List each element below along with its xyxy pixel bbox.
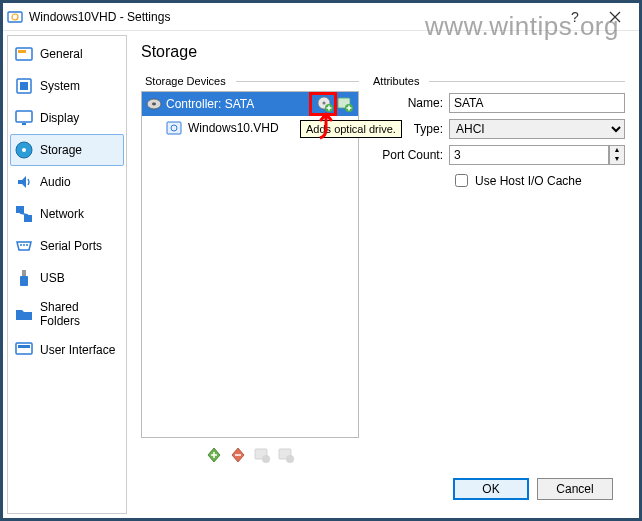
content-pane: Storage Storage Devices Controller: SATA xyxy=(131,35,635,514)
port-count-label: Port Count: xyxy=(377,148,443,162)
add-attachment-button[interactable] xyxy=(253,446,271,464)
user-interface-icon xyxy=(14,340,34,360)
svg-point-23 xyxy=(152,103,156,106)
app-icon xyxy=(7,9,23,25)
sidebar-item-storage[interactable]: Storage xyxy=(10,134,124,166)
sidebar-item-audio[interactable]: Audio xyxy=(10,166,124,198)
controller-icon xyxy=(146,97,162,111)
usb-icon xyxy=(14,268,34,288)
titlebar: Windows10VHD - Settings ? xyxy=(3,3,639,31)
svg-rect-4 xyxy=(16,48,32,60)
attributes-legend: Attributes xyxy=(369,75,423,87)
svg-point-17 xyxy=(26,244,28,246)
sidebar-item-label: Storage xyxy=(40,143,82,157)
host-io-cache-label: Use Host I/O Cache xyxy=(475,174,582,188)
attributes-group: Attributes xyxy=(369,75,625,87)
controller-label: Controller: SATA xyxy=(166,97,312,111)
sidebar-item-label: General xyxy=(40,47,83,61)
tooltip-add-optical: Adds optical drive. xyxy=(300,120,402,138)
svg-rect-20 xyxy=(16,343,32,354)
svg-point-16 xyxy=(23,244,25,246)
port-count-up-button[interactable]: ▲ xyxy=(610,146,624,155)
svg-rect-21 xyxy=(18,345,30,348)
svg-point-25 xyxy=(323,102,326,105)
hard-disk-icon xyxy=(166,120,182,136)
remove-controller-button[interactable] xyxy=(229,446,247,464)
sidebar-item-user-interface[interactable]: User Interface xyxy=(10,334,124,366)
sidebar-item-display[interactable]: Display xyxy=(10,102,124,134)
window-title: Windows10VHD - Settings xyxy=(29,10,555,24)
settings-window: Windows10VHD - Settings ? General System… xyxy=(3,3,639,518)
system-icon xyxy=(14,76,34,96)
svg-rect-9 xyxy=(22,123,26,125)
name-label: Name: xyxy=(377,96,443,110)
sidebar-item-label: Audio xyxy=(40,175,71,189)
name-input[interactable] xyxy=(449,93,625,113)
sidebar-item-system[interactable]: System xyxy=(10,70,124,102)
help-button[interactable]: ? xyxy=(555,4,595,30)
port-count-down-button[interactable]: ▼ xyxy=(610,155,624,164)
sidebar-item-shared-folders[interactable]: Shared Folders xyxy=(10,294,124,334)
svg-rect-8 xyxy=(16,111,32,122)
svg-rect-13 xyxy=(24,215,32,222)
svg-rect-33 xyxy=(167,122,181,134)
storage-icon xyxy=(14,140,34,160)
network-icon xyxy=(14,204,34,224)
host-io-cache-checkbox[interactable] xyxy=(455,174,468,187)
remove-attachment-button[interactable] xyxy=(277,446,295,464)
close-button[interactable] xyxy=(595,4,635,30)
sidebar-item-label: User Interface xyxy=(40,343,115,357)
add-hard-disk-button[interactable] xyxy=(336,95,354,113)
svg-point-15 xyxy=(20,244,22,246)
display-icon xyxy=(14,108,34,128)
svg-rect-7 xyxy=(20,82,28,90)
sidebar-item-label: Display xyxy=(40,111,79,125)
shared-folders-icon xyxy=(14,304,34,324)
storage-devices-group: Storage Devices xyxy=(141,75,359,87)
svg-rect-12 xyxy=(16,206,24,213)
add-controller-button[interactable] xyxy=(205,446,223,464)
storage-bottom-toolbar xyxy=(141,442,359,468)
svg-rect-18 xyxy=(22,270,26,276)
serial-ports-icon xyxy=(14,236,34,256)
port-count-input[interactable] xyxy=(449,145,609,165)
svg-line-14 xyxy=(20,213,28,215)
svg-point-39 xyxy=(262,455,270,463)
svg-point-11 xyxy=(22,148,26,152)
ok-button[interactable]: OK xyxy=(453,478,529,500)
svg-rect-5 xyxy=(18,50,26,53)
audio-icon xyxy=(14,172,34,192)
svg-rect-19 xyxy=(20,276,28,286)
sidebar-item-label: Network xyxy=(40,207,84,221)
page-title: Storage xyxy=(141,43,625,61)
sidebar-item-usb[interactable]: USB xyxy=(10,262,124,294)
sidebar-item-label: Shared Folders xyxy=(40,300,120,328)
storage-tree[interactable]: Controller: SATA xyxy=(141,91,359,438)
sidebar-item-serial-ports[interactable]: Serial Ports xyxy=(10,230,124,262)
sidebar: General System Display Storage Audio Net… xyxy=(7,35,127,514)
add-optical-drive-button[interactable] xyxy=(316,95,334,113)
storage-devices-legend: Storage Devices xyxy=(141,75,230,87)
dialog-footer: OK Cancel xyxy=(141,468,625,510)
sidebar-item-label: USB xyxy=(40,271,65,285)
cancel-button[interactable]: Cancel xyxy=(537,478,613,500)
sidebar-item-general[interactable]: General xyxy=(10,38,124,70)
type-select[interactable]: AHCI xyxy=(449,119,625,139)
controller-sata-row[interactable]: Controller: SATA xyxy=(142,92,358,116)
sidebar-item-label: System xyxy=(40,79,80,93)
svg-point-41 xyxy=(286,455,294,463)
general-icon xyxy=(14,44,34,64)
sidebar-item-network[interactable]: Network xyxy=(10,198,124,230)
disk-label: Windows10.VHD xyxy=(188,121,279,135)
sidebar-item-label: Serial Ports xyxy=(40,239,102,253)
